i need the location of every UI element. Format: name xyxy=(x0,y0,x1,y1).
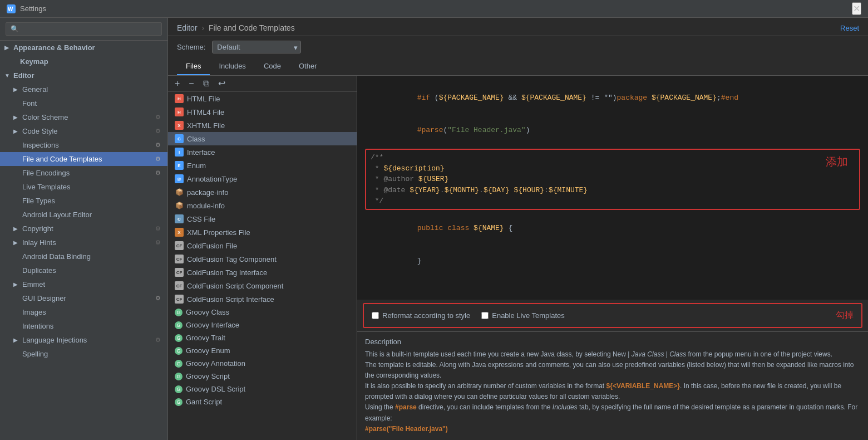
sidebar-item-label: Images xyxy=(22,308,46,316)
sidebar-item-inspections[interactable]: Inspections ⚙ xyxy=(0,138,167,152)
list-item[interactable]: @ AnnotationType xyxy=(168,172,357,185)
coldfusion-icon: CF xyxy=(175,241,184,250)
list-item[interactable]: CF ColdFusion Tag Interface xyxy=(168,266,357,279)
expand-icon: ▶ xyxy=(13,114,20,120)
reset-file-button[interactable]: ↩ xyxy=(216,78,228,89)
code-area[interactable]: #if (${PACKAGE_NAME} && ${PACKAGE_NAME} … xyxy=(357,76,868,300)
class-icon: C xyxy=(175,134,184,143)
scheme-select[interactable]: Default Project xyxy=(212,41,301,53)
coldfusion-script-interface-icon: CF xyxy=(175,295,184,304)
package-icon: 📦 xyxy=(175,188,184,197)
list-item[interactable]: G Groovy Trait xyxy=(168,331,357,344)
sidebar-item-intentions[interactable]: Intentions xyxy=(0,319,167,333)
sidebar-item-file-types[interactable]: File Types xyxy=(0,194,167,208)
list-item[interactable]: CF ColdFusion File xyxy=(168,239,357,252)
live-templates-checkbox[interactable] xyxy=(481,312,489,319)
list-item[interactable]: G Gant Script xyxy=(168,395,357,408)
remove-button[interactable]: − xyxy=(186,78,196,89)
list-item[interactable]: 📦 module-info xyxy=(168,199,357,212)
sidebar-item-keymap[interactable]: Keymap xyxy=(0,55,167,69)
reformat-checkbox[interactable] xyxy=(372,312,379,319)
list-item[interactable]: I Interface xyxy=(168,145,357,159)
sidebar-item-appearance[interactable]: ▶ Appearance & Behavior xyxy=(0,41,167,55)
list-item[interactable]: G Groovy Interface xyxy=(168,319,357,331)
list-item[interactable]: CF ColdFusion Tag Component xyxy=(168,252,357,266)
sidebar-item-live-templates[interactable]: Live Templates xyxy=(0,180,167,194)
tab-files[interactable]: Files xyxy=(177,58,210,75)
module-icon: 📦 xyxy=(175,201,184,210)
sidebar-item-color-scheme[interactable]: ▶ Color Scheme ⚙ xyxy=(0,110,167,124)
list-item[interactable]: X XHTML File xyxy=(168,119,357,132)
expand-icon: ▶ xyxy=(13,128,20,134)
file-list-items: H HTML File H HTML4 File X XHTML File C … xyxy=(168,92,357,440)
list-item[interactable]: G Groovy DSL Script xyxy=(168,383,357,395)
sidebar-item-editor[interactable]: ▼ Editor xyxy=(0,69,167,82)
sidebar-item-label: Intentions xyxy=(22,322,53,330)
list-item[interactable]: G Groovy Annotation xyxy=(168,357,357,370)
copy-button[interactable]: ⧉ xyxy=(201,78,211,89)
tab-code[interactable]: Code xyxy=(255,58,290,75)
search-input[interactable] xyxy=(6,22,162,36)
live-templates-checkbox-label[interactable]: Enable Live Templates xyxy=(481,311,565,320)
tab-other[interactable]: Other xyxy=(290,58,326,75)
sidebar-item-label: Android Layout Editor xyxy=(22,211,92,219)
list-item[interactable]: CF ColdFusion Script Component xyxy=(168,279,357,292)
expand-icon: ▶ xyxy=(13,226,20,232)
sidebar-item-duplicates[interactable]: Duplicates xyxy=(0,263,167,277)
file-item-label: HTML File xyxy=(187,95,220,103)
description-text: This is a built-in template used each ti… xyxy=(365,349,860,435)
list-item[interactable]: E Enum xyxy=(168,159,357,172)
sidebar-item-label: Color Scheme xyxy=(22,113,68,121)
tab-includes[interactable]: Includes xyxy=(210,58,254,75)
sidebar-item-spelling[interactable]: Spelling xyxy=(0,347,167,361)
expand-icon: ▶ xyxy=(13,337,20,343)
sidebar-item-android-data-binding[interactable]: Android Data Binding xyxy=(0,250,167,263)
file-item-label: ColdFusion Script Interface xyxy=(187,295,274,304)
file-item-label: Groovy Enum xyxy=(186,346,230,355)
groovy-annotation-icon: G xyxy=(175,360,183,368)
sidebar-item-file-and-code-templates[interactable]: File and Code Templates ⚙ xyxy=(0,152,167,166)
file-item-label: ColdFusion Tag Component xyxy=(187,255,277,263)
sidebar-item-inlay-hints[interactable]: ▶ Inlay Hints ⚙ xyxy=(0,236,167,250)
settings-icon: ⚙ xyxy=(155,169,161,177)
sidebar-item-file-encodings[interactable]: File Encodings ⚙ xyxy=(0,166,167,180)
settings-icon: ⚙ xyxy=(155,225,161,232)
title-bar: W Settings ✕ xyxy=(0,0,868,18)
reformat-checkbox-label[interactable]: Reformat according to style xyxy=(372,311,470,320)
sidebar-item-code-style[interactable]: ▶ Code Style ⚙ xyxy=(0,124,167,138)
settings-icon: ⚙ xyxy=(155,155,161,163)
sidebar-item-label: Android Data Binding xyxy=(22,252,91,261)
groovy-enum-icon: G xyxy=(175,347,183,355)
file-item-label: XHTML File xyxy=(187,121,225,130)
file-item-label: module-info xyxy=(187,202,225,210)
add-button[interactable]: + xyxy=(172,78,182,89)
list-item[interactable]: C Class xyxy=(168,132,357,145)
list-item[interactable]: H HTML4 File xyxy=(168,105,357,119)
interface-icon: I xyxy=(175,148,184,157)
sidebar-item-emmet[interactable]: ▶ Emmet xyxy=(0,277,167,291)
list-item[interactable]: CF ColdFusion Script Interface xyxy=(168,292,357,306)
list-item[interactable]: G Groovy Script xyxy=(168,370,357,383)
sidebar-item-label: Editor xyxy=(13,71,34,80)
close-button[interactable]: ✕ xyxy=(852,2,861,15)
list-item[interactable]: G Groovy Class xyxy=(168,306,357,319)
list-item[interactable]: X XML Properties File xyxy=(168,226,357,239)
expand-icon: ▶ xyxy=(4,45,11,51)
file-item-label: package-info xyxy=(187,188,228,197)
sidebar-item-general[interactable]: ▶ General xyxy=(0,82,167,96)
sidebar-item-label: Live Templates xyxy=(22,183,70,191)
list-item[interactable]: G Groovy Enum xyxy=(168,344,357,357)
reset-button[interactable]: Reset xyxy=(840,24,859,32)
scheme-row: Scheme: Default Project xyxy=(168,36,868,58)
svg-text:W: W xyxy=(8,6,13,12)
sidebar-item-language-injections[interactable]: ▶ Language Injections ⚙ xyxy=(0,333,167,347)
list-item[interactable]: C CSS File xyxy=(168,212,357,226)
sidebar-item-android-layout-editor[interactable]: Android Layout Editor xyxy=(0,208,167,222)
sidebar-item-images[interactable]: Images xyxy=(0,305,167,319)
sidebar-item-font[interactable]: Font xyxy=(0,96,167,110)
sidebar-item-copyright[interactable]: ▶ Copyright ⚙ xyxy=(0,222,167,236)
file-item-label: Class xyxy=(187,135,205,143)
sidebar-item-gui-designer[interactable]: GUI Designer ⚙ xyxy=(0,291,167,305)
list-item[interactable]: H HTML File xyxy=(168,92,357,105)
list-item[interactable]: 📦 package-info xyxy=(168,185,357,199)
